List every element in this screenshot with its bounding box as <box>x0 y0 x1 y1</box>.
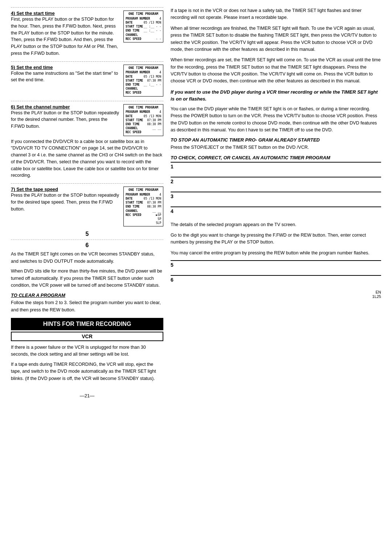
step-6-body2: When DVD sits idle for more than thirty-… <box>11 268 163 289</box>
stop-body: Press the STOP/EJECT or the TIMER SET bu… <box>171 144 381 151</box>
italic-title: If you want to use the DVD player during… <box>171 89 381 103</box>
right-num6: 6 <box>171 275 381 283</box>
section-5-title: 5) Set the end time <box>11 65 121 70</box>
section-5: 5) Set the end time Follow the same inst… <box>11 61 163 97</box>
step-5-number: 5 <box>11 231 163 237</box>
right-column: If a tape is not in the VCR or does not … <box>171 7 381 398</box>
footer-code: EN 1L25 <box>372 290 381 299</box>
right-para2: When all timer recordings are finished, … <box>171 25 381 53</box>
right-num5: 5 <box>171 260 381 268</box>
section-6: 6) Set the channel number Press the PLAY… <box>11 101 163 179</box>
section-5-screen: ONE TIME PROGRAM PROGRAM NUMBER4 DATE05 … <box>123 65 163 97</box>
step-6-body1: As the TIMER SET light comes on the VCR … <box>11 251 163 265</box>
section-6-body1: Press the PLAY button or the STOP button… <box>11 110 121 130</box>
hints-body1: If there is a power failure or the VCR i… <box>11 344 163 358</box>
check-title: TO CHECK, CORRECT, OR CANCEL AN AUTOMATI… <box>171 155 381 160</box>
right-para3: When timer recordings are set, the TIMER… <box>171 57 381 85</box>
section-7-body: Press the PLAY button or the STOP button… <box>11 192 121 212</box>
section-5-body: Follow the same instructions as "Set the… <box>11 70 121 84</box>
italic-body: You can use the DVD player while the TIM… <box>171 106 381 134</box>
section-7: 7) Set the tape speed Press the PLAY but… <box>11 183 163 226</box>
right-para1: If a tape is not in the VCR or does not … <box>171 7 381 21</box>
step-6-number: 6 <box>11 242 163 249</box>
section-7-screen: ONE TIME PROGRAM PROGRAM NUMBER4 DATE05 … <box>123 187 163 226</box>
clear-program-title: TO CLEAR A PROGRAM <box>11 292 163 298</box>
hints-box: HINTS FOR TIMER RECORDING <box>11 318 163 330</box>
num4-body3: You may cancel the entire program by pre… <box>171 250 381 257</box>
stop-title: TO STOP AN AUTOMATIC TIMER PRO- GRAM ALR… <box>171 137 381 143</box>
section-7-title: 7) Set the tape speed <box>11 187 121 192</box>
section-6-screen: ONE TIME PROGRAM PROGRAM NUMBER4 DATE05 … <box>123 104 163 136</box>
hints-title: HINTS FOR TIMER RECORDING <box>43 321 131 327</box>
section-4-title: 4) Set the start time <box>11 11 121 16</box>
vcr-box: VCR <box>11 332 163 341</box>
clear-program-body: Follow the steps from 2 to 3. Select the… <box>11 299 163 314</box>
section-4-body: First, press the PLAY button or the STOP… <box>11 16 121 57</box>
num4-body2: Go to the digit you want to change by pr… <box>171 232 381 246</box>
right-num4: 4 <box>171 206 381 214</box>
footer-page-left: —21— <box>80 393 94 398</box>
right-num2: 2 <box>171 177 381 184</box>
section-6-title: 6) Set the channel number <box>11 104 121 110</box>
footer: EN 1L25 <box>171 290 381 299</box>
num4-body1: The details of the selected program appe… <box>171 221 381 228</box>
section-4: 4) Set the start time First, press the P… <box>11 7 163 57</box>
left-column: 4) Set the start time First, press the P… <box>11 7 163 398</box>
vcr-label: VCR <box>82 334 93 339</box>
hints-body2: If a tape ends during TIMER RECORDING, t… <box>11 361 163 382</box>
section-4-screen: ONE TIME PROGRAM PROGRAM NUMBER4 DATE05 … <box>123 11 163 42</box>
section-6-body2: If you connected the DVD/VCR to a cable … <box>11 138 163 179</box>
right-num3: 3 <box>171 192 381 199</box>
right-num1: 1 <box>171 162 381 169</box>
